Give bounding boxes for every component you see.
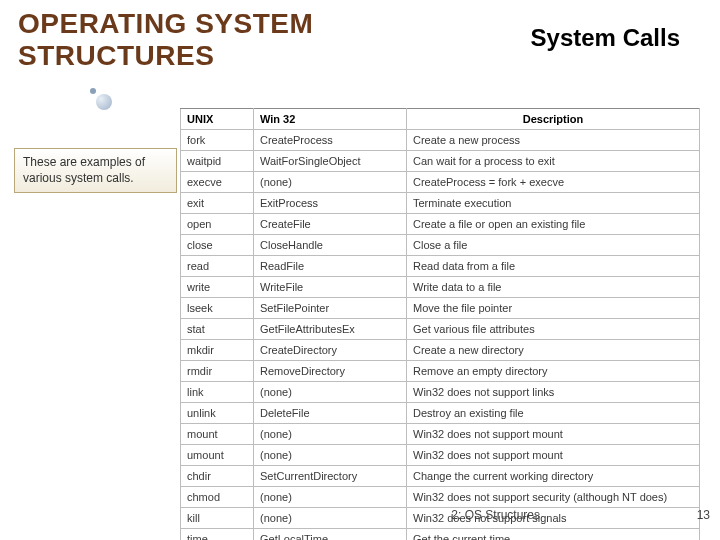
cell-desc: Terminate execution — [407, 193, 700, 214]
table-row: statGetFileAttributesExGet various file … — [181, 319, 700, 340]
cell-desc: CreateProcess = fork + execve — [407, 172, 700, 193]
cell-win32: CreateDirectory — [254, 340, 407, 361]
slide-title-left: OPERATING SYSTEM STRUCTURES — [18, 8, 358, 72]
table-row: rmdirRemoveDirectoryRemove an empty dire… — [181, 361, 700, 382]
cell-desc: Create a file or open an existing file — [407, 214, 700, 235]
table-row: chmod(none)Win32 does not support securi… — [181, 487, 700, 508]
cell-desc: Move the file pointer — [407, 298, 700, 319]
cell-unix: mount — [181, 424, 254, 445]
cell-desc: Win32 does not support security (althoug… — [407, 487, 700, 508]
cell-unix: time — [181, 529, 254, 541]
cell-win32: ReadFile — [254, 256, 407, 277]
cell-unix: rmdir — [181, 361, 254, 382]
table-row: exitExitProcessTerminate execution — [181, 193, 700, 214]
table-row: execve(none)CreateProcess = fork + execv… — [181, 172, 700, 193]
cell-win32: GetFileAttributesEx — [254, 319, 407, 340]
cell-desc: Create a new directory — [407, 340, 700, 361]
cell-desc: Close a file — [407, 235, 700, 256]
cell-unix: waitpid — [181, 151, 254, 172]
table-row: writeWriteFileWrite data to a file — [181, 277, 700, 298]
decorative-dot-icon — [90, 88, 114, 112]
cell-unix: unlink — [181, 403, 254, 424]
cell-desc: Write data to a file — [407, 277, 700, 298]
cell-desc: Create a new process — [407, 130, 700, 151]
cell-win32: (none) — [254, 487, 407, 508]
cell-unix: kill — [181, 508, 254, 529]
table-row: unlinkDeleteFileDestroy an existing file — [181, 403, 700, 424]
cell-desc: Read data from a file — [407, 256, 700, 277]
cell-win32: (none) — [254, 172, 407, 193]
table-row: readReadFileRead data from a file — [181, 256, 700, 277]
cell-unix: exit — [181, 193, 254, 214]
table-row: openCreateFileCreate a file or open an e… — [181, 214, 700, 235]
system-calls-table-wrap: UNIX Win 32 Description forkCreateProces… — [180, 108, 700, 540]
cell-unix: link — [181, 382, 254, 403]
cell-unix: write — [181, 277, 254, 298]
footer-page-number: 13 — [697, 508, 710, 522]
slide-title-right: System Calls — [531, 24, 680, 52]
cell-unix: close — [181, 235, 254, 256]
cell-desc: Win32 does not support mount — [407, 424, 700, 445]
cell-unix: open — [181, 214, 254, 235]
cell-unix: mkdir — [181, 340, 254, 361]
caption-box: These are examples of various system cal… — [14, 148, 177, 193]
table-row: mount(none)Win32 does not support mount — [181, 424, 700, 445]
cell-win32: WriteFile — [254, 277, 407, 298]
cell-win32: CreateFile — [254, 214, 407, 235]
header-desc: Description — [407, 109, 700, 130]
table-row: link(none)Win32 does not support links — [181, 382, 700, 403]
cell-win32: (none) — [254, 445, 407, 466]
cell-desc: Win32 does not support mount — [407, 445, 700, 466]
footer-reference: 2: OS Structures — [451, 508, 540, 522]
cell-unix: lseek — [181, 298, 254, 319]
cell-win32: DeleteFile — [254, 403, 407, 424]
header-unix: UNIX — [181, 109, 254, 130]
cell-win32: CloseHandle — [254, 235, 407, 256]
slide: OPERATING SYSTEM STRUCTURES System Calls… — [0, 0, 720, 540]
cell-desc: Destroy an existing file — [407, 403, 700, 424]
table-row: umount(none)Win32 does not support mount — [181, 445, 700, 466]
cell-unix: read — [181, 256, 254, 277]
table-header-row: UNIX Win 32 Description — [181, 109, 700, 130]
header-win32: Win 32 — [254, 109, 407, 130]
table-row: kill(none)Win32 does not support signals — [181, 508, 700, 529]
cell-desc: Get various file attributes — [407, 319, 700, 340]
cell-win32: RemoveDirectory — [254, 361, 407, 382]
cell-unix: stat — [181, 319, 254, 340]
cell-win32: (none) — [254, 508, 407, 529]
cell-unix: umount — [181, 445, 254, 466]
cell-win32: (none) — [254, 424, 407, 445]
table-row: timeGetLocalTimeGet the current time — [181, 529, 700, 541]
table-row: mkdirCreateDirectoryCreate a new directo… — [181, 340, 700, 361]
table-row: chdirSetCurrentDirectoryChange the curre… — [181, 466, 700, 487]
table-row: waitpidWaitForSingleObjectCan wait for a… — [181, 151, 700, 172]
cell-win32: CreateProcess — [254, 130, 407, 151]
cell-win32: SetFilePointer — [254, 298, 407, 319]
cell-unix: chmod — [181, 487, 254, 508]
table-row: lseekSetFilePointerMove the file pointer — [181, 298, 700, 319]
cell-win32: GetLocalTime — [254, 529, 407, 541]
table-row: forkCreateProcessCreate a new process — [181, 130, 700, 151]
cell-unix: execve — [181, 172, 254, 193]
cell-desc: Change the current working directory — [407, 466, 700, 487]
cell-desc: Get the current time — [407, 529, 700, 541]
system-calls-table: UNIX Win 32 Description forkCreateProces… — [180, 108, 700, 540]
cell-desc: Remove an empty directory — [407, 361, 700, 382]
cell-unix: chdir — [181, 466, 254, 487]
cell-win32: (none) — [254, 382, 407, 403]
cell-desc: Win32 does not support links — [407, 382, 700, 403]
cell-desc: Can wait for a process to exit — [407, 151, 700, 172]
cell-unix: fork — [181, 130, 254, 151]
cell-win32: SetCurrentDirectory — [254, 466, 407, 487]
cell-win32: ExitProcess — [254, 193, 407, 214]
table-row: closeCloseHandleClose a file — [181, 235, 700, 256]
cell-win32: WaitForSingleObject — [254, 151, 407, 172]
